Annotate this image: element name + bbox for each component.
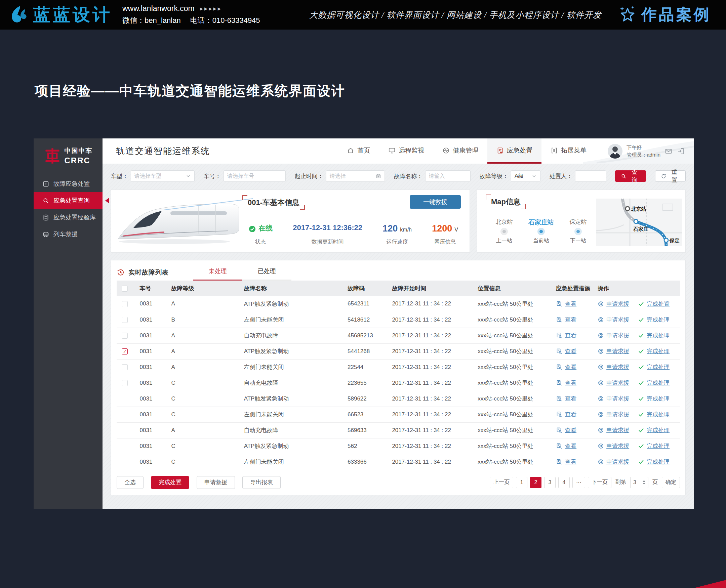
view-link[interactable]: 查看 [565,332,577,339]
row-checkbox[interactable] [122,317,128,323]
apply-rescue-link[interactable]: 申请求援 [606,300,629,308]
handler-input[interactable] [579,173,602,179]
complete-link[interactable]: 完成处理 [647,363,669,371]
jump-page-input[interactable]: 3 [630,477,648,488]
apply-rescue-link[interactable]: 申请求援 [606,316,629,323]
complete-link[interactable]: 完成处理 [647,426,669,434]
tab-handled[interactable]: 已处理 [242,267,291,280]
confirm-page-button[interactable]: 确定 [662,477,680,488]
row-checkbox[interactable]: ✓ [122,349,128,355]
search-button[interactable]: 查询 [615,170,646,182]
row-checkbox[interactable] [122,333,128,339]
fault-code: 562 [341,438,385,454]
sidebar-item[interactable]: 列车救援 [34,226,103,243]
row-checkbox[interactable] [122,380,128,386]
prev-page-button[interactable]: 上一页 [490,477,513,488]
portfolio-link[interactable]: 作品案例 [618,4,711,25]
services-list: 大数据可视化设计 / 软件界面设计 / 网站建设 / 手机及小程序设计 / 软件… [309,9,605,21]
ring-icon [598,364,604,370]
sidebar-item[interactable]: 应急处置查询 [34,192,103,209]
page-ellipsis[interactable]: ··· [573,477,585,488]
reset-button[interactable]: 重置 [655,170,686,182]
nav-item[interactable]: 健康管理 [433,139,488,164]
row-checkbox-cell [117,359,133,375]
nav-item[interactable]: 远程监视 [379,139,433,164]
row-checkbox-cell [117,391,133,406]
fault-name-input[interactable] [429,173,467,179]
row-checkbox-cell [117,422,133,438]
nav-item[interactable]: 首页 [338,139,379,164]
page-button[interactable]: 2 [530,477,541,488]
complete-link[interactable]: 完成处理 [647,348,669,355]
stat-label: 运行速度 [387,238,408,246]
sidebar-item[interactable]: 应急处置经验库 [34,209,103,226]
pagination: 上一页1234···下一页到第3页确定 [490,477,680,488]
view-link[interactable]: 查看 [565,458,577,466]
vehicle-no-input[interactable] [227,173,282,179]
complete-link[interactable]: 完成处理 [647,332,669,339]
apply-rescue-link[interactable]: 申请求援 [606,348,629,355]
sidebar-item[interactable]: 故障应急处置 [34,175,103,192]
logout-icon[interactable] [677,147,685,155]
row-checkbox[interactable] [122,364,128,370]
view-link[interactable]: 查看 [565,363,577,371]
nav-item[interactable]: 应急处置 [488,139,541,164]
view-link[interactable]: 查看 [565,379,577,387]
spinner-icon[interactable] [643,480,645,484]
doc-search-icon [556,301,562,307]
apply-rescue-link[interactable]: 申请求援 [606,363,629,371]
lanlan-logo[interactable]: 蓝蓝设计 [9,3,112,26]
table-footer: 全选 完成处置 申请救援 导出报表 上一页1234···下一页到第3页确定 [117,476,680,489]
column-header: 应急处置措施 [549,280,591,296]
complete-link[interactable]: 完成处理 [647,442,669,450]
view-link[interactable]: 查看 [565,426,577,434]
apply-rescue-link[interactable]: 申请求援 [606,395,629,402]
complete-handle-button[interactable]: 完成处置 [151,476,189,489]
table-row: ✓0031AATP触发紧急制动54412682017-12-31 11 : 34… [117,343,680,359]
complete-link[interactable]: 完成处理 [647,458,669,466]
apply-rescue-link[interactable]: 申请求援 [606,379,629,387]
map-card-title: Map信息 [486,194,526,209]
apply-rescue-link[interactable]: 申请求援 [606,458,629,466]
tab-unhandled[interactable]: 未处理 [193,267,242,280]
complete-link[interactable]: 完成处理 [647,316,669,323]
time-range-picker[interactable]: 请选择 [326,170,385,182]
view-link[interactable]: 查看 [565,442,577,450]
apply-rescue-link[interactable]: 申请求援 [606,411,629,418]
next-page-button[interactable]: 下一页 [588,477,611,488]
mail-icon[interactable] [664,147,672,155]
fault-level-select[interactable]: A级 [511,170,540,182]
select-all-button[interactable]: 全选 [117,476,144,489]
page-button[interactable]: 4 [558,477,570,488]
export-report-button[interactable]: 导出报表 [242,476,281,489]
avatar[interactable] [608,144,622,159]
complete-link[interactable]: 完成处置 [647,300,669,308]
vehicle-type-select[interactable]: 请选择车型 [131,170,194,182]
complete-link[interactable]: 完成处理 [647,379,669,387]
view-link[interactable]: 查看 [565,395,577,402]
complete-link[interactable]: 完成处理 [647,395,669,402]
page-button[interactable]: 1 [516,477,527,488]
apply-rescue-button[interactable]: 申请救援 [196,476,235,489]
doc-search-icon [556,348,562,355]
select-all-checkbox[interactable] [122,286,128,292]
view-link[interactable]: 查看 [565,316,577,323]
nav-item[interactable]: 拓展菜单 [541,139,596,164]
page-button[interactable]: 3 [544,477,556,488]
complete-link[interactable]: 完成处理 [647,411,669,418]
apply-rescue-link[interactable]: 申请求援 [606,442,629,450]
apply-rescue-link[interactable]: 申请求援 [606,332,629,339]
one-key-rescue-button[interactable]: 一键救援 [410,195,461,209]
station-role: 当前站 [533,237,549,244]
view-link[interactable]: 查看 [565,300,577,308]
view-link[interactable]: 查看 [565,348,577,355]
operation-cell: 申请求援完成处理 [591,454,680,470]
measure-cell: 查看 [549,343,591,359]
website-url[interactable]: www.lanlanwork.com [122,4,194,13]
time-range-label: 起止时间： [295,172,323,180]
apply-rescue-link[interactable]: 申请求援 [606,426,629,434]
row-checkbox[interactable] [122,301,128,307]
view-link[interactable]: 查看 [565,411,577,418]
location-info: xxx站-ccc站 50公里处 [471,406,549,422]
station-role: 下一站 [570,237,586,244]
